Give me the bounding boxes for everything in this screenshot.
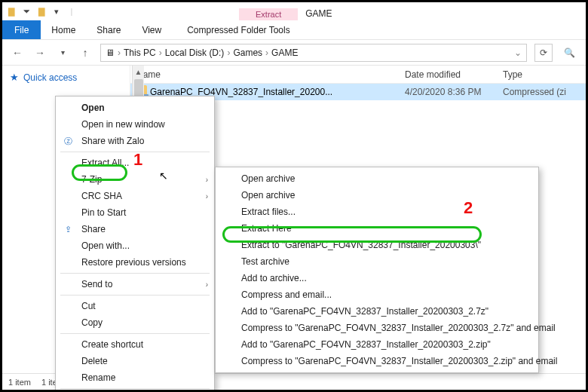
folder-icon: ▇ bbox=[5, 5, 17, 17]
submenu-open-archive[interactable]: Open archive bbox=[216, 170, 538, 187]
status-item-count: 1 item bbox=[8, 378, 31, 387]
menu-copy[interactable]: Copy bbox=[56, 314, 214, 331]
tab-view[interactable]: View bbox=[131, 20, 172, 39]
submenu-compress-zip-email[interactable]: Compress to "GarenaPC_FO4VN_32837_Instal… bbox=[216, 353, 538, 369]
submenu-add-7z[interactable]: Add to "GarenaPC_FO4VN_32837_Installer_2… bbox=[216, 303, 538, 320]
breadcrumb-seg[interactable]: Local Disk (D:) bbox=[165, 47, 225, 58]
menu-separator bbox=[60, 295, 210, 296]
menu-rename[interactable]: Rename bbox=[56, 369, 214, 386]
menu-pin-start[interactable]: Pin to Start bbox=[56, 204, 214, 221]
pc-icon: 🖥 bbox=[106, 47, 115, 58]
menu-open-with[interactable]: Open with... bbox=[56, 237, 214, 254]
menu-restore-previous[interactable]: Restore previous versions bbox=[56, 254, 214, 271]
submenu-extract-files[interactable]: Extract files... bbox=[216, 204, 538, 220]
chevron-right-icon: › bbox=[206, 280, 208, 289]
tab-share[interactable]: Share bbox=[86, 20, 131, 39]
menu-open[interactable]: Open bbox=[56, 100, 214, 116]
quick-access-toolbar: ▇ ⏷ ▇ ▾ | bbox=[5, 5, 78, 17]
submenu-compress-7z-email[interactable]: Compress to "GarenaPC_FO4VN_32837_Instal… bbox=[216, 320, 538, 336]
star-icon: ★ bbox=[10, 72, 19, 83]
window-title: GAME bbox=[305, 8, 332, 20]
chevron-right-icon: › bbox=[159, 47, 162, 58]
menu-separator bbox=[60, 273, 210, 274]
menu-create-shortcut[interactable]: Create shortcut bbox=[56, 336, 214, 353]
sidebar-quick-access[interactable]: ★ Quick access bbox=[10, 72, 122, 83]
submenu-test-archive[interactable]: Test archive bbox=[216, 253, 538, 270]
context-menu-7zip: Open archive Open archive Extract files.… bbox=[215, 167, 539, 373]
quick-access-label: Quick access bbox=[23, 72, 77, 83]
up-button[interactable]: ↑ bbox=[78, 45, 93, 60]
back-button[interactable]: ← bbox=[10, 45, 25, 60]
scroll-up-icon[interactable]: ▲ bbox=[133, 66, 144, 78]
ribbon-tabs: File Home Share View Compressed Folder T… bbox=[2, 20, 586, 40]
tab-file[interactable]: File bbox=[2, 20, 41, 39]
chevron-right-icon: › bbox=[265, 47, 268, 58]
file-date: 4/20/2020 8:36 PM bbox=[405, 87, 503, 97]
address-bar[interactable]: 🖥 › This PC › Local Disk (D:) › Games › … bbox=[100, 44, 527, 62]
chevron-right-icon: › bbox=[206, 176, 208, 184]
submenu-add-zip[interactable]: Add to "GarenaPC_FO4VN_32837_Installer_2… bbox=[216, 336, 538, 353]
pin-icon[interactable]: ⏷ bbox=[20, 5, 32, 17]
chevron-right-icon: › bbox=[227, 47, 230, 58]
menu-open-new-window[interactable]: Open in new window bbox=[56, 116, 214, 133]
menu-cut[interactable]: Cut bbox=[56, 298, 214, 314]
menu-separator bbox=[60, 333, 210, 334]
chevron-right-icon: › bbox=[118, 47, 121, 58]
col-type[interactable]: Type bbox=[503, 69, 586, 80]
menu-share[interactable]: ⇪Share bbox=[56, 221, 214, 237]
search-button[interactable]: 🔍 bbox=[560, 44, 578, 62]
breadcrumb-seg[interactable]: Games bbox=[233, 47, 262, 58]
nav-bar: ← → ▾ ↑ 🖥 › This PC › Local Disk (D:) › … bbox=[2, 40, 586, 66]
submenu-compress-email[interactable]: Compress and email... bbox=[216, 286, 538, 303]
qat-dropdown-icon[interactable]: ▾ bbox=[51, 5, 63, 17]
mouse-cursor-icon: ↖ bbox=[159, 170, 168, 182]
breadcrumb-seg[interactable]: This PC bbox=[124, 47, 156, 58]
menu-7zip[interactable]: 7-Zip› bbox=[56, 171, 214, 188]
folder-small-icon: ▇ bbox=[35, 5, 47, 17]
menu-separator bbox=[60, 388, 210, 389]
menu-delete[interactable]: Delete bbox=[56, 353, 214, 369]
column-headers: Name Date modified Type bbox=[130, 66, 586, 84]
col-date[interactable]: Date modified bbox=[405, 69, 503, 80]
menu-share-zalo[interactable]: ⓩShare with Zalo bbox=[56, 133, 214, 149]
context-menu-primary: Open Open in new window ⓩShare with Zalo… bbox=[55, 96, 215, 392]
submenu-add-archive[interactable]: Add to archive... bbox=[216, 270, 538, 286]
titlebar: ▇ ⏷ ▇ ▾ | Extract GAME bbox=[2, 2, 586, 20]
chevron-down-icon[interactable]: ⌄ bbox=[514, 47, 522, 58]
breadcrumb-seg[interactable]: GAME bbox=[271, 47, 298, 58]
tab-compressed-tools[interactable]: Compressed Folder Tools bbox=[176, 25, 301, 35]
submenu-open-archive-2[interactable]: Open archive bbox=[216, 187, 538, 204]
forward-button[interactable]: → bbox=[32, 45, 47, 60]
menu-send-to[interactable]: Send to› bbox=[56, 276, 214, 292]
divider-icon: | bbox=[66, 5, 78, 17]
file-type: Compressed (zi bbox=[503, 87, 586, 97]
history-dropdown-icon[interactable]: ▾ bbox=[55, 45, 70, 60]
zalo-icon: ⓩ bbox=[62, 135, 74, 147]
context-tab-extract[interactable]: Extract bbox=[239, 8, 298, 20]
chevron-right-icon: › bbox=[206, 192, 208, 201]
contextual-tab-area: Extract GAME bbox=[239, 2, 332, 20]
refresh-button[interactable]: ⟳ bbox=[534, 44, 553, 62]
menu-crc-sha[interactable]: CRC SHA› bbox=[56, 188, 214, 204]
col-name[interactable]: Name bbox=[130, 69, 405, 80]
annotation-number-1: 1 bbox=[133, 150, 142, 170]
submenu-extract-to[interactable]: Extract to "GarenaPC_FO4VN_32837_Install… bbox=[216, 237, 538, 253]
annotation-number-2: 2 bbox=[464, 198, 473, 218]
tab-home[interactable]: Home bbox=[41, 20, 86, 39]
share-icon: ⇪ bbox=[62, 223, 74, 235]
submenu-extract-here[interactable]: Extract Here bbox=[216, 220, 538, 237]
